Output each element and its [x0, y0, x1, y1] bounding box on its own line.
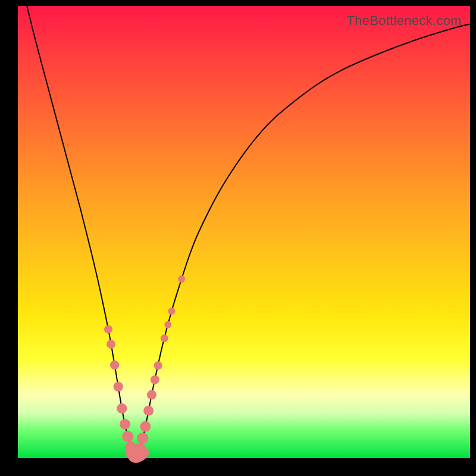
- bead: [147, 390, 156, 400]
- plot-area: TheBottleneck.com: [18, 6, 470, 458]
- bead: [104, 325, 112, 333]
- bead: [120, 419, 130, 430]
- bead: [122, 431, 133, 442]
- curve-layer: [18, 6, 470, 458]
- bead: [114, 382, 123, 392]
- bead: [117, 403, 127, 414]
- bead: [178, 275, 185, 283]
- bead: [151, 375, 159, 384]
- bead: [140, 421, 151, 432]
- bead: [154, 361, 162, 369]
- bead: [137, 433, 148, 444]
- bead: [107, 340, 115, 349]
- bead: [143, 406, 154, 416]
- outer-frame: TheBottleneck.com: [0, 0, 476, 476]
- bead-group: [104, 275, 185, 463]
- bead: [164, 321, 171, 328]
- bead: [168, 308, 175, 315]
- right-curve: [136, 24, 470, 458]
- bead: [161, 334, 168, 342]
- bead: [110, 361, 120, 370]
- valley-cap: [131, 453, 143, 457]
